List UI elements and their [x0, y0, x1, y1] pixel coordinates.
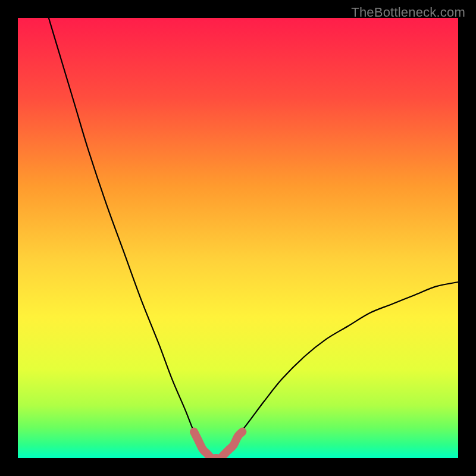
- plot-area: [18, 18, 458, 458]
- gradient-background: [18, 18, 458, 458]
- outer-frame: TheBottleneck.com: [0, 0, 476, 476]
- chart-svg: [18, 18, 458, 458]
- watermark-text: TheBottleneck.com: [351, 5, 465, 20]
